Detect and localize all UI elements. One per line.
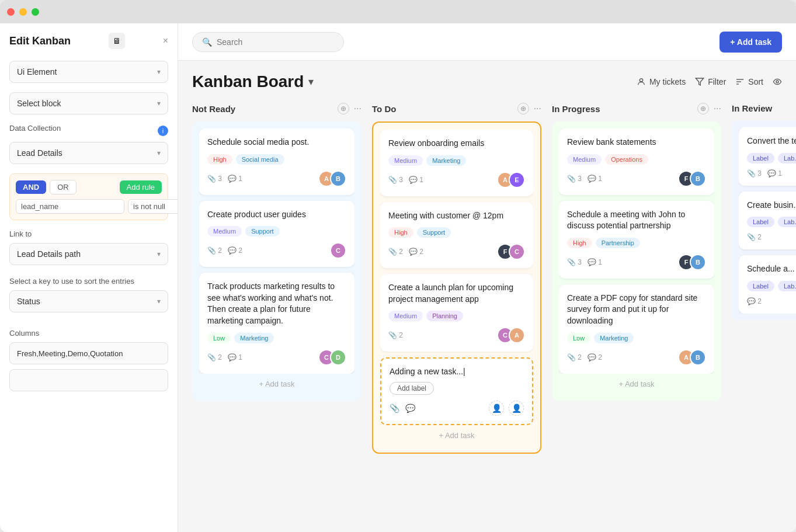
chevron-down-icon: ▾ bbox=[157, 99, 161, 107]
card-footer: 📎 2 💬 2 F C bbox=[388, 244, 525, 260]
column-not-ready: Not Ready ⊕ ··· Schedule social media po… bbox=[192, 103, 361, 518]
panel-title: Edit Kanban bbox=[9, 35, 71, 47]
search-box[interactable]: 🔍 bbox=[192, 32, 344, 52]
avatar: B bbox=[330, 171, 346, 187]
col-more-icon[interactable]: ··· bbox=[534, 103, 541, 114]
comment-count: 💬 1 bbox=[588, 175, 602, 183]
card-footer: 💬 2 bbox=[747, 297, 796, 305]
attachment-count: 📎 2 bbox=[388, 248, 403, 256]
tag-high: High bbox=[388, 227, 413, 238]
col-header-not-ready: Not Ready ⊕ ··· bbox=[192, 103, 361, 114]
columns-label: Columns bbox=[9, 329, 168, 338]
add-task-link-progress[interactable]: + Add task bbox=[559, 374, 714, 394]
col-actions-in-progress: ⊕ ··· bbox=[697, 103, 721, 114]
top-bar: 🔍 + Add task bbox=[178, 23, 796, 61]
card-footer: 📎 2 💬 2 A B bbox=[567, 349, 706, 366]
close-icon[interactable]: × bbox=[163, 36, 168, 46]
minimize-dot[interactable] bbox=[19, 8, 27, 16]
card-tags: Label Lab... bbox=[747, 217, 796, 227]
search-input[interactable] bbox=[217, 37, 322, 47]
view-action[interactable] bbox=[773, 77, 782, 86]
link-to-dropdown[interactable]: Lead Details path ▾ bbox=[9, 243, 168, 265]
data-collection-header: Data Collection i bbox=[9, 124, 168, 137]
avatars: A B bbox=[678, 349, 706, 366]
sort-dropdown[interactable]: Status ▾ bbox=[9, 290, 168, 312]
tag-low: Low bbox=[207, 333, 231, 343]
card-meta: 💬 2 bbox=[747, 297, 796, 305]
info-icon: i bbox=[158, 126, 168, 136]
comment-count: 💬 2 bbox=[588, 353, 602, 361]
add-rule-button[interactable]: Add rule bbox=[120, 180, 162, 194]
add-task-link-not-ready[interactable]: + Add task bbox=[199, 374, 354, 394]
tag-marketing: Marketing bbox=[234, 333, 274, 343]
avatars: F B bbox=[678, 254, 706, 270]
attachment-count: 📎 3 bbox=[567, 258, 582, 266]
col-add-icon[interactable]: ⊕ bbox=[338, 103, 349, 114]
col-add-icon[interactable]: ⊕ bbox=[697, 103, 709, 114]
column-to-do: To Do ⊕ ··· Review onboarding emails bbox=[372, 103, 541, 518]
board-dropdown-icon[interactable]: ▾ bbox=[308, 75, 314, 88]
col-actions-to-do: ⊕ ··· bbox=[517, 103, 541, 114]
col-header-to-do: To Do ⊕ ··· bbox=[372, 103, 541, 114]
add-label-button[interactable]: Add label bbox=[390, 382, 434, 395]
and-button[interactable]: AND bbox=[16, 180, 46, 194]
add-task-link-todo[interactable]: + Add task bbox=[380, 425, 533, 446]
card-footer: 📎 2 💬 2 C bbox=[207, 242, 346, 259]
card-title: Review onboarding emails bbox=[388, 138, 525, 149]
card-meta: 📎 2 💬 2 bbox=[207, 246, 323, 255]
col-more-icon[interactable]: ··· bbox=[354, 103, 361, 114]
new-task-input: Adding a new task...| bbox=[390, 367, 524, 376]
card-footer: 📎 2 bbox=[747, 233, 796, 241]
cards-list-not-ready: Schedule social media post. High Social … bbox=[199, 128, 354, 374]
avatar-placeholder[interactable]: 👤 bbox=[489, 401, 504, 416]
card-title: Schedule a meeting with John to discuss … bbox=[567, 209, 706, 232]
card: Schedule a meeting with John to discuss … bbox=[559, 201, 714, 279]
board-header: Kanban Board ▾ My tickets Filter bbox=[178, 61, 796, 100]
card-footer: 📎 2 C A bbox=[388, 327, 525, 343]
svg-marker-1 bbox=[696, 78, 704, 85]
chevron-down-icon: ▾ bbox=[157, 250, 161, 258]
filter-field-input[interactable] bbox=[16, 199, 124, 214]
ui-element-dropdown[interactable]: Ui Element ▾ bbox=[9, 61, 168, 83]
card-footer: 📎 3 💬 1 bbox=[747, 169, 796, 178]
add-task-button[interactable]: + Add task bbox=[719, 32, 782, 53]
svg-point-0 bbox=[639, 79, 642, 82]
card-tags: Label Lab... bbox=[747, 281, 796, 291]
card-title: Create a PDF copy for standard site surv… bbox=[567, 293, 706, 327]
filter-action[interactable]: Filter bbox=[695, 77, 726, 86]
comment-count: 💬 1 bbox=[409, 176, 423, 184]
attachment-count: 📎 2 bbox=[207, 353, 222, 361]
col-add-icon[interactable]: ⊕ bbox=[517, 103, 529, 114]
comment-count: 💬 1 bbox=[588, 258, 602, 266]
select-block-dropdown[interactable]: Select block ▾ bbox=[9, 92, 168, 114]
card-tags: Medium Marketing bbox=[388, 155, 525, 166]
close-dot[interactable] bbox=[7, 8, 15, 16]
maximize-dot[interactable] bbox=[32, 8, 39, 16]
avatars: F C bbox=[497, 244, 525, 260]
col-more-icon[interactable]: ··· bbox=[714, 103, 721, 114]
link-to-label: Link to bbox=[9, 230, 168, 238]
comment-count: 💬 1 bbox=[228, 175, 242, 183]
chevron-down-icon: ▾ bbox=[157, 149, 161, 157]
avatar: C bbox=[509, 244, 525, 260]
column-in-review: In Review ··· Convert the templates temp… bbox=[732, 103, 796, 518]
col-title-in-review: In Review bbox=[732, 103, 796, 113]
filter-condition-input[interactable] bbox=[128, 199, 178, 214]
my-tickets-label: My tickets bbox=[649, 77, 686, 86]
card-meta: 📎 3 💬 1 bbox=[747, 169, 796, 178]
sort-action[interactable]: Sort bbox=[735, 77, 763, 86]
columns-input-empty[interactable] bbox=[9, 369, 168, 391]
card: Review onboarding emails Medium Marketin… bbox=[380, 130, 533, 196]
tag-label: Label bbox=[747, 153, 774, 164]
col-actions-not-ready: ⊕ ··· bbox=[338, 103, 361, 114]
or-button[interactable]: OR bbox=[50, 180, 77, 194]
window: Edit Kanban 🖥 × Ui Element ▾ Select bloc… bbox=[0, 0, 796, 532]
filter-buttons: AND OR Add rule bbox=[16, 180, 162, 194]
data-collection-dropdown[interactable]: Lead Details ▾ bbox=[9, 142, 168, 164]
card-title: Create product user guides bbox=[207, 209, 346, 221]
card-tags: Label Lab... bbox=[747, 153, 796, 164]
avatars: C D bbox=[318, 349, 346, 366]
columns-input[interactable] bbox=[9, 342, 168, 364]
my-tickets-action[interactable]: My tickets bbox=[637, 77, 686, 86]
avatar-placeholder[interactable]: 👤 bbox=[509, 401, 524, 416]
